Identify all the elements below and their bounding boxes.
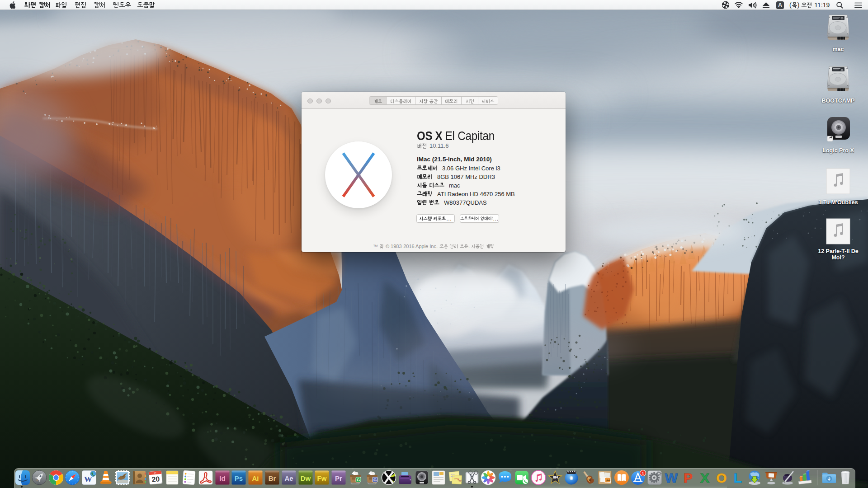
svg-text:Ae: Ae	[284, 474, 293, 482]
svg-text:L: L	[734, 470, 742, 485]
svg-text:Dw: Dw	[301, 474, 311, 482]
svg-text:Pr: Pr	[335, 474, 342, 482]
svg-text:W: W	[665, 470, 678, 485]
svg-text:2?: 2?	[154, 472, 156, 474]
svg-text:P: P	[684, 470, 693, 485]
svg-text:1: 1	[642, 471, 644, 475]
svg-text:G: G	[357, 478, 360, 482]
svg-text:Br: Br	[269, 474, 276, 482]
svg-text:Ai: Ai	[252, 474, 259, 482]
svg-text:Id: Id	[219, 474, 225, 482]
svg-text:Fw: Fw	[317, 474, 327, 482]
svg-text:X: X	[700, 470, 709, 485]
svg-text:O: O	[716, 470, 726, 485]
svg-text:Ps: Ps	[235, 474, 243, 482]
svg-text:20: 20	[151, 475, 160, 483]
svg-text:G: G	[373, 478, 377, 482]
svg-text:Typ: Typ	[458, 479, 462, 482]
